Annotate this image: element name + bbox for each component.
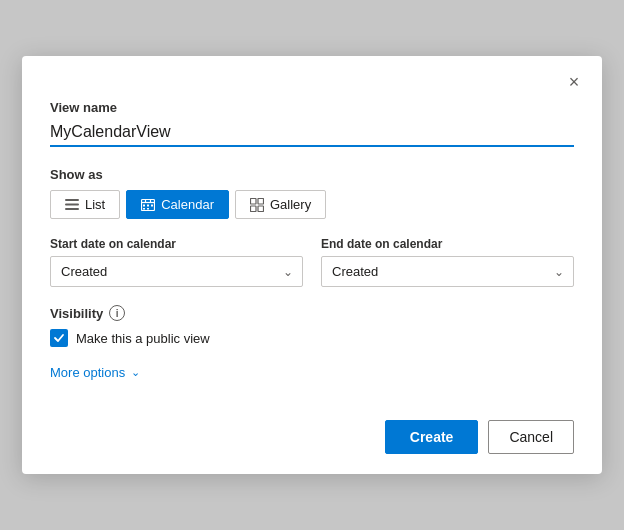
dialog-overlay: × View name Show as	[0, 0, 624, 530]
svg-rect-9	[151, 204, 153, 206]
more-options-button[interactable]: More options ⌄	[50, 365, 140, 380]
close-button[interactable]: ×	[560, 68, 588, 96]
view-type-group: List	[50, 190, 574, 219]
gallery-view-button[interactable]: Gallery	[235, 190, 326, 219]
start-date-dropdown[interactable]: Created	[50, 256, 303, 287]
svg-rect-2	[65, 208, 79, 210]
create-button[interactable]: Create	[385, 420, 479, 454]
dialog-footer: Create Cancel	[50, 408, 574, 454]
public-view-checkbox-row: Make this a public view	[50, 329, 574, 347]
show-as-label: Show as	[50, 167, 574, 182]
list-label: List	[85, 197, 105, 212]
view-name-input[interactable]	[50, 121, 574, 147]
svg-rect-0	[65, 199, 79, 201]
view-name-label: View name	[50, 100, 574, 115]
svg-rect-15	[258, 206, 264, 212]
list-view-button[interactable]: List	[50, 190, 120, 219]
calendar-label: Calendar	[161, 197, 214, 212]
visibility-label: Visibility	[50, 306, 103, 321]
visibility-header: Visibility i	[50, 305, 574, 321]
public-view-label: Make this a public view	[76, 331, 210, 346]
svg-rect-13	[258, 198, 264, 204]
calendar-icon	[141, 198, 155, 212]
start-date-dropdown-wrapper: Created ⌄	[50, 256, 303, 287]
calendar-view-button[interactable]: Calendar	[126, 190, 229, 219]
svg-rect-11	[147, 208, 149, 210]
more-options-label: More options	[50, 365, 125, 380]
end-date-field: End date on calendar Created ⌄	[321, 237, 574, 287]
list-icon	[65, 198, 79, 212]
show-as-section: Show as List	[50, 167, 574, 219]
end-date-dropdown[interactable]: Created	[321, 256, 574, 287]
start-date-field: Start date on calendar Created ⌄	[50, 237, 303, 287]
visibility-section: Visibility i Make this a public view	[50, 305, 574, 347]
view-name-section: View name	[50, 100, 574, 147]
svg-rect-8	[147, 204, 149, 206]
create-view-dialog: × View name Show as	[22, 56, 602, 474]
gallery-label: Gallery	[270, 197, 311, 212]
svg-rect-14	[251, 206, 257, 212]
end-date-dropdown-wrapper: Created ⌄	[321, 256, 574, 287]
more-options-chevron-icon: ⌄	[131, 366, 140, 379]
svg-rect-10	[143, 208, 145, 210]
end-date-label: End date on calendar	[321, 237, 574, 251]
cancel-button[interactable]: Cancel	[488, 420, 574, 454]
svg-rect-7	[143, 204, 145, 206]
date-row: Start date on calendar Created ⌄ End dat…	[50, 237, 574, 287]
gallery-icon	[250, 198, 264, 212]
svg-rect-12	[251, 198, 257, 204]
public-view-checkbox[interactable]	[50, 329, 68, 347]
info-icon: i	[109, 305, 125, 321]
svg-rect-1	[65, 203, 79, 205]
start-date-label: Start date on calendar	[50, 237, 303, 251]
close-icon: ×	[569, 72, 580, 93]
